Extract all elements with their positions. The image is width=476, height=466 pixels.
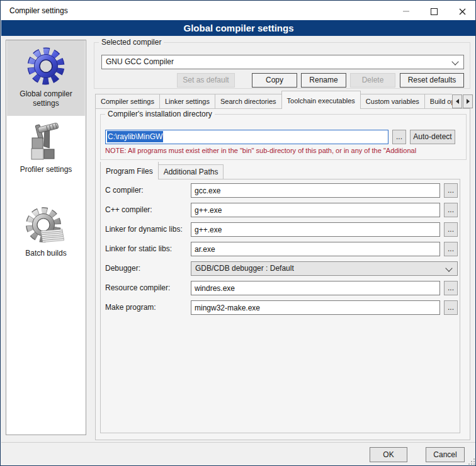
tab-scroll-right-button[interactable] [463,94,473,108]
linker-static-label: Linker for static libs: [105,242,190,256]
tab-additional-paths[interactable]: Additional Paths [158,164,224,179]
compiler-settings-dialog: Compiler settings Global compiler settin… [0,0,476,466]
browse-install-dir-button[interactable]: ... [392,130,406,144]
copy-button[interactable]: Copy [252,73,297,88]
tab-program-files[interactable]: Program Files [100,162,159,179]
close-button[interactable] [448,2,476,21]
resource-compiler-input[interactable] [191,281,440,295]
footer-divider [1,442,476,443]
tab-search-directories[interactable]: Search directories [215,94,282,109]
browse-make-program-button[interactable]: ... [444,300,458,315]
selected-compiler-group-label: Selected compiler [99,38,164,47]
chevron-down-icon [451,58,458,65]
sidebar-item-batch-builds[interactable]: Batch builds [7,200,85,268]
resource-compiler-label: Resource compiler: [105,281,190,295]
rename-button[interactable]: Rename [301,73,346,88]
install-dir-value: C:\raylib\MinGW [107,131,163,142]
page-title: Global compiler settings [1,20,476,36]
sidebar-item-profiler-settings[interactable]: Profiler settings [7,116,85,186]
linker-dynamic-label: Linker for dynamic libs: [105,222,190,237]
install-dir-note: NOTE: All programs must exist either in … [105,147,465,157]
debugger-select-value: GDB/CDB debugger : Default [195,264,294,273]
maximize-icon [431,8,438,15]
ok-button[interactable]: OK [370,447,407,462]
caliper-icon [26,122,66,162]
make-program-label: Make program: [105,300,190,315]
browse-cpp-compiler-button[interactable]: ... [444,203,458,217]
gear-stack-icon [26,206,66,246]
make-program-input[interactable] [191,300,440,315]
reset-defaults-button[interactable]: Reset defaults [400,73,464,88]
gear-blue-icon [26,47,66,87]
install-dir-group-label: Compiler's installation directory [105,110,215,118]
minimize-icon [403,11,409,12]
main-tab-bar: Compiler settings Linker settings Search… [95,91,452,109]
sidebar-item-global-compiler-settings[interactable]: Global compiler settings [7,40,85,116]
sidebar-item-label: Global compiler settings [7,88,85,111]
sub-tab-bar: Program Files Additional Paths [100,162,365,179]
cpp-compiler-input[interactable] [191,203,440,217]
debugger-select[interactable]: GDB/CDB debugger : Default [191,261,458,276]
maximize-button[interactable] [420,2,448,21]
tab-build-options[interactable]: Build options [424,94,452,109]
c-compiler-input[interactable] [191,183,440,198]
triangle-right-icon [467,99,470,104]
window-title: Compiler settings [9,1,68,20]
resize-grip[interactable] [468,458,475,465]
browse-resource-compiler-button[interactable]: ... [444,281,458,295]
compiler-select[interactable]: GNU GCC Compiler [101,55,464,69]
title-bar[interactable]: Compiler settings [1,1,476,20]
browse-linker-static-button[interactable]: ... [444,242,458,256]
delete-button[interactable]: Delete [350,73,395,88]
linker-dynamic-input[interactable] [191,222,440,237]
tab-linker-settings[interactable]: Linker settings [159,94,215,109]
sidebar-item-label: Batch builds [7,247,85,261]
close-icon [459,8,466,15]
sidebar: Global compiler settings [6,40,86,435]
install-dir-input[interactable]: C:\raylib\MinGW [105,130,388,144]
minimize-button[interactable] [392,2,420,21]
chevron-down-icon [445,264,452,271]
sidebar-item-label: Profiler settings [7,164,85,177]
triangle-left-icon [456,99,459,104]
cpp-compiler-label: C++ compiler: [105,203,190,217]
tab-custom-variables[interactable]: Custom variables [360,94,425,109]
debugger-label: Debugger: [105,261,190,276]
cancel-button[interactable]: Cancel [426,447,465,462]
c-compiler-label: C compiler: [105,183,190,198]
linker-static-input[interactable] [191,242,440,256]
tab-scroll-left-button[interactable] [452,94,462,108]
compiler-select-value: GNU GCC Compiler [106,57,174,66]
auto-detect-button[interactable]: Auto-detect [410,130,455,144]
browse-c-compiler-button[interactable]: ... [444,183,458,198]
tab-compiler-settings[interactable]: Compiler settings [95,94,160,109]
browse-linker-dynamic-button[interactable]: ... [444,222,458,237]
tab-toolchain-executables[interactable]: Toolchain executables [281,91,361,109]
set-as-default-button[interactable]: Set as default [177,73,235,88]
